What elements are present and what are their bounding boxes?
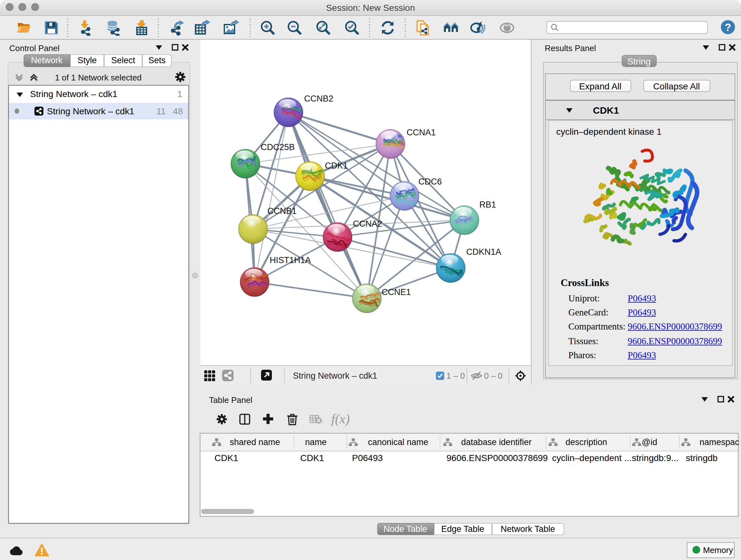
svg-text:?: ? (725, 21, 731, 33)
